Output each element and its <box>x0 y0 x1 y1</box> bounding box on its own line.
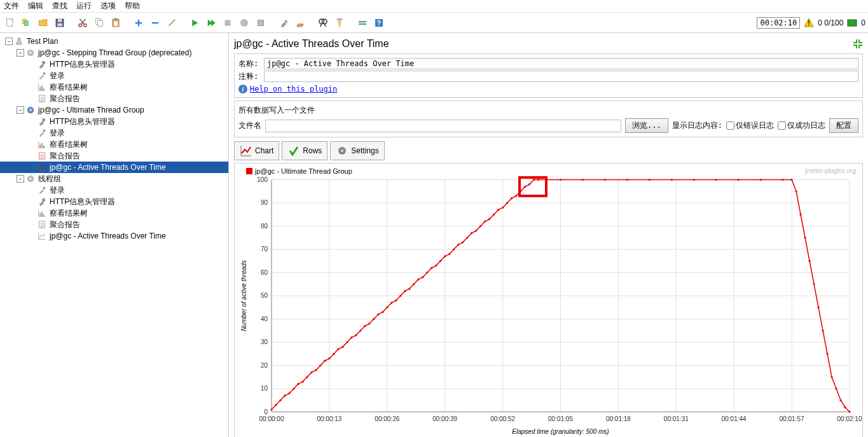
minus-icon[interactable] <box>148 15 163 31</box>
expander-icon[interactable]: − <box>17 106 24 114</box>
templates-icon[interactable] <box>19 15 34 31</box>
tree-item[interactable]: 登录 <box>0 184 228 196</box>
errors-only-checkbox[interactable]: 仅错误日志 <box>726 120 774 131</box>
menu-edit[interactable]: 编辑 <box>28 1 43 11</box>
svg-text:10: 10 <box>261 385 268 392</box>
report-icon <box>37 94 47 104</box>
svg-point-109 <box>310 371 312 373</box>
svg-point-105 <box>293 387 294 389</box>
save-icon[interactable] <box>52 15 67 31</box>
help-link[interactable]: Help on this plugin <box>250 85 337 94</box>
watermark: jmeter-plugins.org <box>805 167 856 174</box>
clear-icon[interactable] <box>276 15 291 31</box>
stop-icon[interactable] <box>220 15 235 31</box>
svg-text:80: 80 <box>261 223 268 230</box>
comment-input[interactable] <box>264 71 858 82</box>
chart-icon <box>37 231 47 241</box>
remote-stop-icon[interactable] <box>253 15 268 31</box>
start-icon[interactable] <box>187 15 202 31</box>
svg-point-112 <box>324 360 326 362</box>
menu-run[interactable]: 运行 <box>76 1 92 11</box>
svg-point-103 <box>284 394 286 396</box>
start-no-pause-icon[interactable] <box>203 15 219 31</box>
tree-item[interactable]: HTTP信息头管理器 <box>0 196 228 207</box>
warning-icon: ! <box>804 18 814 28</box>
svg-point-165 <box>649 179 651 181</box>
tree-item[interactable]: 登录 <box>0 127 228 139</box>
svg-point-182 <box>835 387 837 389</box>
tree-item[interactable]: 聚合报告 <box>0 219 228 230</box>
svg-point-185 <box>848 411 850 413</box>
tree-item-label: jp@gc - Active Threads Over Time <box>50 232 166 240</box>
thread-indicator-icon <box>847 19 857 27</box>
tree-panel[interactable]: −Test Plan−jp@gc - Stepping Thread Group… <box>0 33 229 437</box>
filename-input[interactable] <box>265 120 621 132</box>
svg-point-140 <box>448 253 450 255</box>
tree-item[interactable]: 察看结果树 <box>0 139 228 150</box>
svg-text:00:01:31: 00:01:31 <box>664 415 689 422</box>
svg-point-163 <box>604 179 606 181</box>
expander-icon[interactable]: − <box>17 49 24 57</box>
tree-item[interactable]: −jp@gc - Stepping Thread Group (deprecat… <box>0 47 228 59</box>
svg-point-129 <box>399 295 401 296</box>
menu-find[interactable]: 查找 <box>52 1 67 11</box>
search-icon[interactable] <box>315 15 331 31</box>
svg-point-170 <box>760 179 762 181</box>
wrench-icon <box>37 197 47 207</box>
tree-item[interactable]: HTTP信息头管理器 <box>0 59 228 70</box>
tree-item[interactable]: 登录 <box>0 70 228 81</box>
tree-item[interactable]: HTTP信息头管理器 <box>0 116 228 127</box>
tree-item-label: jp@gc - Active Threads Over Time <box>50 163 166 172</box>
svg-point-148 <box>484 221 486 223</box>
menu-file[interactable]: 文件 <box>4 1 19 11</box>
paste-icon[interactable] <box>108 15 123 31</box>
svg-point-116 <box>341 346 343 348</box>
tab-rows[interactable]: Rows <box>282 141 327 160</box>
tree-item[interactable]: 察看结果树 <box>0 81 228 93</box>
name-input[interactable] <box>264 58 858 69</box>
svg-text:0: 0 <box>264 408 268 415</box>
menu-help[interactable]: 帮助 <box>125 1 140 11</box>
svg-point-134 <box>422 276 424 278</box>
clear-all-icon[interactable] <box>293 15 308 31</box>
tree-item[interactable]: −线程组 <box>0 173 228 184</box>
tree-item[interactable]: 察看结果树 <box>0 207 228 219</box>
svg-rect-25 <box>848 20 857 26</box>
expander-icon[interactable]: − <box>5 38 13 45</box>
browse-button[interactable]: 浏览... <box>625 118 668 133</box>
wand-icon[interactable] <box>164 15 179 31</box>
cut-icon[interactable] <box>75 15 90 31</box>
pipette-icon <box>37 71 47 81</box>
svg-text:100: 100 <box>257 176 268 183</box>
help-icon[interactable]: ? <box>371 15 387 31</box>
svg-point-181 <box>830 376 832 378</box>
tree-item[interactable]: jp@gc - Active Threads Over Time <box>0 230 228 242</box>
open-icon[interactable] <box>36 15 51 31</box>
legend-swatch <box>246 168 252 174</box>
configure-button[interactable]: 配置 <box>829 118 858 133</box>
plus-icon[interactable] <box>131 15 146 31</box>
menubar: 文件 编辑 查找 运行 选项 帮助 <box>0 0 868 13</box>
tab-chart[interactable]: Chart <box>234 141 279 160</box>
clear-search-icon[interactable] <box>332 15 347 31</box>
new-file-icon[interactable] <box>3 15 18 31</box>
function-icon[interactable] <box>355 15 370 31</box>
tree-item[interactable]: 聚合报告 <box>0 150 228 162</box>
shutdown-icon[interactable] <box>237 15 252 31</box>
tree-item[interactable]: 聚合报告 <box>0 93 228 104</box>
copy-icon[interactable] <box>92 15 107 31</box>
expander-icon[interactable]: − <box>17 175 24 183</box>
svg-rect-30 <box>40 87 41 90</box>
tab-settings[interactable]: Settings <box>330 141 384 160</box>
tree-item[interactable]: −jp@gc - Ultimate Thread Group <box>0 104 228 116</box>
chart-tab-icon <box>240 144 252 157</box>
tree-item[interactable]: jp@gc - Active Threads Over Time <box>0 162 228 173</box>
svg-text:50: 50 <box>261 292 268 299</box>
expand-icon[interactable] <box>853 39 863 49</box>
svg-rect-20 <box>359 21 366 22</box>
success-only-checkbox[interactable]: 仅成功日志 <box>778 120 825 131</box>
menu-options[interactable]: 选项 <box>100 1 116 11</box>
tree-item[interactable]: −Test Plan <box>0 36 228 47</box>
svg-rect-38 <box>40 144 41 148</box>
svg-point-128 <box>395 300 397 302</box>
